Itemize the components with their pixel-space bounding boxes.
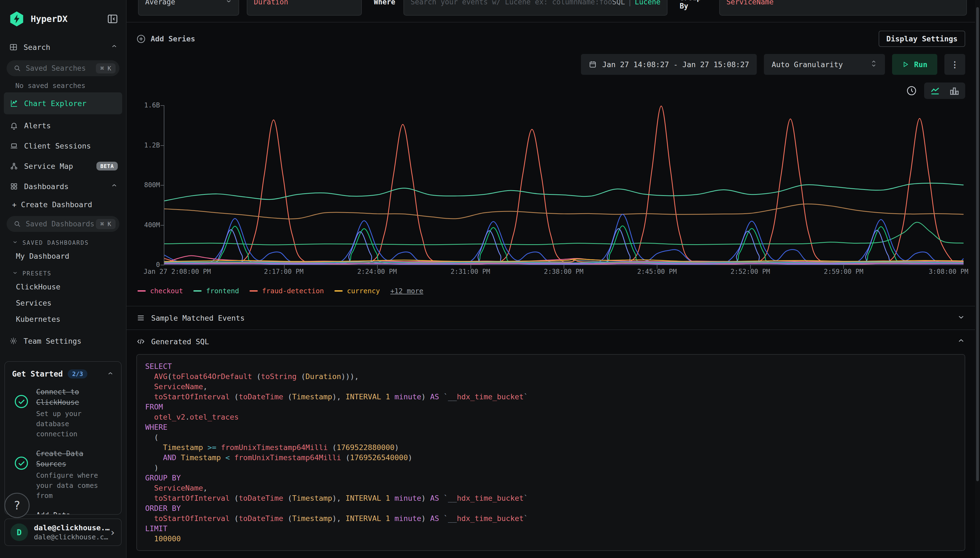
chevron-updown-icon	[870, 59, 877, 70]
aggregation-value: Average	[145, 0, 175, 6]
granularity-select[interactable]: Auto Granularity	[764, 54, 885, 75]
generated-sql-section[interactable]: Generated SQL	[126, 330, 975, 353]
chart-legend: checkoutfrontendfraud-detectioncurrency+…	[137, 287, 965, 295]
service-map-icon	[10, 162, 18, 170]
more-options-button[interactable]: ⋮	[944, 54, 965, 75]
chart-type-toggle	[924, 82, 965, 99]
no-saved-searches-text: No saved searches	[0, 78, 126, 91]
collapse-sidebar-icon[interactable]	[107, 13, 118, 25]
get-started-item-title: Connect to ClickHouse	[36, 387, 114, 407]
user-menu[interactable]: D dale@clickhouse.… dale@clickhouse.c… ›	[4, 519, 122, 546]
sql-line: otel_v2.otel_traces	[145, 412, 956, 422]
sample-matched-events-section[interactable]: Sample Matched Events	[126, 307, 975, 330]
sql-line: WHERE	[145, 422, 956, 432]
series-(unlabeled)	[164, 222, 964, 245]
language-toggle-sql[interactable]: SQL	[612, 0, 625, 6]
sidebar-header: HyperDX	[0, 0, 126, 30]
add-series-label: Add Series	[151, 34, 195, 43]
saved-dashboards-group[interactable]: SAVED DASHBOARDS	[0, 233, 126, 248]
legend-item-currency[interactable]: currency	[334, 287, 380, 295]
search-section-label: Search	[24, 43, 111, 51]
presets-list: ClickHouseServicesKubernetes	[0, 279, 126, 327]
x-axis-label: 2:45:00 PM	[637, 268, 677, 276]
chevron-down-icon	[12, 239, 18, 246]
chevron-up-icon[interactable]	[107, 370, 114, 378]
date-range-picker[interactable]: Jan 27 14:08:27 - Jan 27 15:08:27	[581, 54, 757, 75]
plus-circle-icon	[136, 34, 146, 44]
saved-dashboards-input[interactable]: Saved Dashboards ⌘ K	[7, 216, 119, 232]
where-label: Where	[374, 0, 395, 6]
play-icon	[902, 61, 909, 68]
sample-events-label: Sample Matched Events	[151, 314, 245, 322]
create-dashboard-button[interactable]: + Create Dashboard	[0, 197, 126, 213]
sidebar-section-search[interactable]: Search	[0, 37, 126, 57]
legend-label: currency	[347, 287, 380, 295]
query-toolbar: Average Duration Where Search your event…	[126, 0, 975, 23]
group-by-input[interactable]: ServiceName	[719, 0, 967, 16]
get-started-item-desc: Configure where your data comes from	[36, 470, 114, 501]
y-axis-label: 800M	[136, 181, 160, 189]
bar-chart-icon[interactable]	[948, 85, 960, 96]
sidebar-item-dashboards[interactable]: Dashboards	[0, 176, 126, 197]
sidebar-item-kubernetes[interactable]: Kubernetes	[0, 311, 126, 327]
line-chart-icon[interactable]	[929, 85, 941, 96]
gear-icon	[9, 337, 18, 345]
get-started-item[interactable]: Create Data Sources Configure where your…	[12, 448, 114, 501]
time-history-icon[interactable]	[906, 85, 917, 96]
aggregation-select[interactable]: Average	[138, 0, 239, 16]
shortcut-badge: ⌘ K	[96, 219, 116, 229]
sidebar-item-client-sessions[interactable]: Client Sessions	[0, 136, 126, 156]
presets-group[interactable]: PRESETS	[0, 264, 126, 279]
x-axis-label: 2:31:00 PM	[451, 268, 490, 276]
display-settings-button[interactable]: Display Settings	[879, 31, 965, 47]
get-started-item-title: Create Data Sources	[36, 448, 114, 469]
timeseries-chart[interactable]: 0400M800M1.2B1.6B	[136, 105, 965, 265]
field-value: Duration	[254, 0, 288, 6]
legend-more-link[interactable]: +12 more	[390, 287, 423, 295]
x-axis-label: 2:24:00 PM	[357, 268, 397, 276]
series-(unlabeled)	[164, 204, 964, 219]
code-icon	[136, 337, 145, 346]
help-button[interactable]: ?	[4, 493, 29, 518]
legend-swatch	[193, 290, 201, 292]
x-axis-label: 3:08:00 PM	[929, 268, 969, 276]
calendar-icon	[589, 60, 597, 69]
legend-swatch	[334, 290, 343, 292]
legend-item-fraud-detection[interactable]: fraud-detection	[250, 287, 324, 295]
field-input[interactable]: Duration	[247, 0, 362, 16]
generated-sql-code[interactable]: SELECT AVG(toFloat64OrDefault (toString …	[136, 354, 965, 551]
legend-item-frontend[interactable]: frontend	[193, 287, 239, 295]
run-button[interactable]: Run	[892, 54, 937, 75]
sql-line: ServiceName,	[145, 381, 956, 392]
x-axis-labels: Jan 27 2:08:00 PM2:17:00 PM2:24:00 PM2:3…	[164, 268, 964, 280]
sidebar-item-label: Alerts	[24, 121, 118, 130]
x-axis-label: 2:59:00 PM	[824, 268, 864, 276]
legend-item-checkout[interactable]: checkout	[137, 287, 183, 295]
add-series-button[interactable]: Add Series	[136, 34, 195, 44]
chevron-right-icon: ›	[110, 527, 116, 538]
sidebar-item-my-dashboard[interactable]: My Dashboard	[0, 248, 126, 264]
x-axis-label: Jan 27 2:08:00 PM	[144, 268, 211, 276]
sidebar-item-services[interactable]: Services	[0, 295, 126, 311]
sidebar-item-service-map[interactable]: Service Map BETA	[0, 156, 126, 176]
sidebar-item-clickhouse[interactable]: ClickHouse	[0, 279, 126, 295]
scrollbar-thumb[interactable]	[976, 7, 979, 481]
sidebar-item-alerts[interactable]: Alerts	[0, 115, 126, 136]
main-area: Average Duration Where Search your event…	[126, 0, 975, 558]
sidebar-item-label: Chart Explorer	[24, 99, 118, 108]
where-search-input[interactable]: Search your events w/ Lucene ex: columnN…	[403, 0, 668, 16]
get-started-item[interactable]: Connect to ClickHouse Set up your databa…	[12, 387, 114, 439]
y-axis-label: 1.6B	[136, 102, 160, 109]
sidebar-item-team-settings[interactable]: Team Settings	[0, 331, 126, 351]
chart-plot-area[interactable]	[164, 105, 964, 265]
page-scrollbar[interactable]	[975, 0, 980, 558]
sql-line: Timestamp >= fromUnixTimestamp64Milli (1…	[145, 442, 956, 453]
language-toggle-lucene[interactable]: Lucene	[635, 0, 660, 6]
legend-label: checkout	[150, 287, 183, 295]
search-icon	[14, 220, 21, 228]
sidebar-item-chart-explorer[interactable]: Chart Explorer	[4, 92, 122, 114]
chevron-down-icon	[957, 313, 965, 323]
saved-searches-input[interactable]: Saved Searches ⌘ K	[7, 60, 119, 76]
y-axis-label: 400M	[136, 221, 160, 229]
sql-line: ServiceName,	[145, 483, 956, 493]
